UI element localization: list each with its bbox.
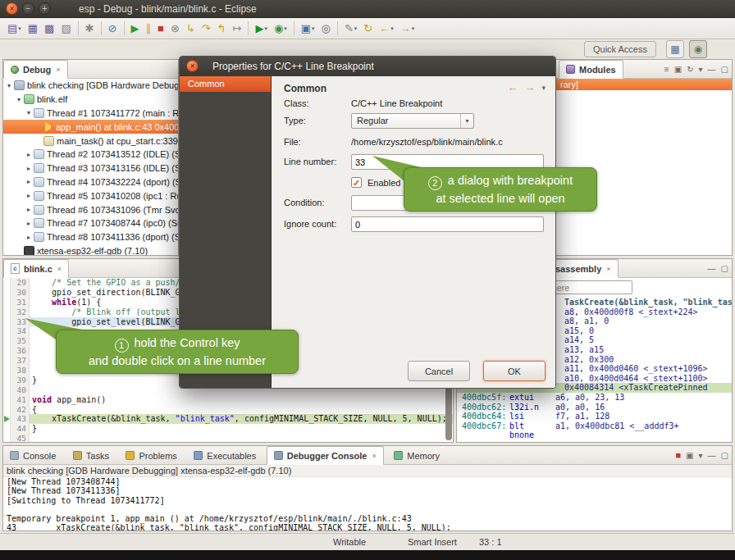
minimize-view-icon[interactable]: —: [708, 66, 716, 74]
back-icon[interactable]: ←▾: [377, 20, 396, 38]
view-menu-icon[interactable]: ▾: [699, 66, 703, 74]
link-with-icon[interactable]: ▣: [674, 66, 682, 74]
debug-perspective-button[interactable]: ◉: [689, 40, 707, 58]
tab-memory[interactable]: Memory: [387, 446, 446, 465]
editor-line[interactable]: 44}: [3, 424, 453, 434]
line-number[interactable]: 29: [11, 278, 30, 288]
window-minimize-button[interactable]: −: [22, 2, 34, 15]
line-number[interactable]: 45: [11, 434, 30, 442]
disconnect-icon[interactable]: ⊗: [168, 20, 182, 38]
line-number[interactable]: 31: [11, 298, 30, 307]
line-number[interactable]: 30: [11, 288, 30, 298]
disassembly-line[interactable]: 400dbc67:blta1, 0x400dbc81 <__adddf3+: [457, 421, 732, 431]
debug-tree-item[interactable]: xtensa-esp32-elf-gdb (7.10): [3, 244, 178, 255]
status-caret-position[interactable]: 33 : 1: [479, 534, 502, 551]
disassembly-line[interactable]: bnone: [457, 430, 732, 440]
terminate-console-icon[interactable]: ■: [675, 451, 681, 460]
close-icon[interactable]: ×: [57, 265, 62, 273]
print-icon[interactable]: ▨: [58, 20, 73, 38]
maximize-view-icon[interactable]: ▢: [721, 265, 728, 273]
new-wizard-icon[interactable]: ▤▾: [5, 20, 24, 38]
tree-twisty-icon[interactable]: ▾: [15, 96, 23, 103]
line-number[interactable]: 38: [11, 366, 30, 376]
line-number[interactable]: 43: [11, 414, 30, 424]
debug-tree-item[interactable]: ▸Thread #4 1073432224 (dport) (Sus: [3, 175, 178, 189]
line-number[interactable]: 39: [11, 376, 30, 385]
debug-tree-item[interactable]: main_task() at cpu_start.c:339 0x4: [3, 134, 178, 148]
disassembly-line[interactable]: 400dbc62:l32i.na0, a0, 16: [457, 403, 732, 412]
sidebar-item-common[interactable]: Common: [180, 76, 271, 92]
forward-icon[interactable]: →: [524, 81, 535, 93]
build-icon[interactable]: ✱: [83, 20, 97, 38]
tree-twisty-icon[interactable]: ▾: [25, 109, 33, 116]
collapse-all-icon[interactable]: ≡: [664, 66, 669, 74]
tab-debugger-console[interactable]: Debugger Console ×: [267, 446, 384, 465]
display-selected-console-icon[interactable]: ▣: [686, 452, 693, 460]
step-into-icon[interactable]: ↳: [184, 20, 198, 38]
tab-console[interactable]: Console: [3, 446, 62, 465]
forward-icon[interactable]: →▾: [398, 20, 418, 38]
window-close-button[interactable]: ×: [6, 2, 18, 15]
debug-tree-item[interactable]: app_main() at blink.c:43 0x400dbc: [3, 120, 178, 134]
debug-tree-item[interactable]: ▸Thread #5 1073410208 (ipc1 : Runni: [3, 189, 178, 203]
tree-twisty-icon[interactable]: ▸: [25, 234, 33, 241]
chevron-down-icon[interactable]: ▾: [541, 84, 546, 92]
mark-occurrences-icon[interactable]: ✎▾: [342, 20, 359, 38]
instruction-stepping-icon[interactable]: ↦: [231, 20, 244, 38]
tab-problems[interactable]: Problems: [119, 446, 183, 465]
debug-tree-item[interactable]: ▾blink.elf: [3, 93, 178, 107]
tree-twisty-icon[interactable]: ▸: [25, 178, 33, 185]
back-icon[interactable]: ←: [507, 81, 518, 93]
line-number[interactable]: 44: [11, 424, 30, 434]
line-number[interactable]: 42: [11, 405, 30, 415]
disassembly-line[interactable]: 400dbc64:lsif7, a1, 128: [457, 412, 732, 421]
editor-line[interactable]: 42{: [3, 405, 453, 415]
type-dropdown[interactable]: Regular ▾: [351, 113, 474, 129]
tab-debug[interactable]: Debug ×: [3, 60, 68, 79]
close-icon[interactable]: ×: [56, 66, 60, 74]
tree-twisty-icon[interactable]: ▸: [25, 220, 33, 227]
save-all-icon[interactable]: ▩: [42, 20, 57, 38]
minimize-view-icon[interactable]: —: [708, 265, 716, 273]
cancel-button[interactable]: Cancel: [408, 361, 470, 381]
cpp-perspective-button[interactable]: ▦: [666, 40, 684, 58]
step-return-icon[interactable]: ↰: [215, 20, 229, 38]
tab-tasks[interactable]: Tasks: [66, 446, 116, 465]
ok-button[interactable]: OK: [483, 361, 546, 381]
debug-tree-item[interactable]: ▾Thread #1 1073411772 (main : Runn: [3, 107, 178, 121]
ignore-count-input[interactable]: [351, 216, 544, 232]
editor-line[interactable]: 41void app_main(): [3, 395, 453, 405]
debug-icon[interactable]: ◉▾: [272, 20, 290, 38]
dialog-titlebar[interactable]: × Properties for C/C++ Line Breakpoint: [180, 57, 555, 76]
search-icon[interactable]: ◎: [319, 20, 333, 38]
debug-tree-item[interactable]: ▸Thread #3 1073413156 (IDLE) (Susp: [3, 162, 178, 175]
refresh-icon[interactable]: ↻: [687, 66, 693, 74]
save-icon[interactable]: ▦: [25, 20, 40, 38]
step-over-icon[interactable]: ↷: [199, 20, 213, 38]
debug-tree-item[interactable]: ▸Thread #7 1073408744 (ipc0) (Susp: [3, 216, 178, 230]
tab-executables[interactable]: Executables: [187, 446, 262, 465]
tree-twisty-icon[interactable]: ▸: [25, 206, 33, 213]
editor-line[interactable]: 45: [3, 434, 453, 442]
terminate-icon[interactable]: ■: [155, 20, 167, 38]
minimize-view-icon[interactable]: —: [708, 452, 716, 460]
line-number[interactable]: 40: [11, 385, 30, 395]
suspend-icon[interactable]: ∥: [144, 20, 154, 38]
tree-twisty-icon[interactable]: ▸: [25, 192, 33, 199]
new-project-icon[interactable]: ▣▾: [299, 20, 317, 38]
last-edit-location-icon[interactable]: ↻: [361, 20, 375, 38]
debugger-console-content[interactable]: blink checking [GDB Hardware Debugging] …: [3, 465, 732, 530]
debug-tree-item[interactable]: ▾blink checking [GDB Hardware Debug: [3, 79, 178, 93]
tree-twisty-icon[interactable]: ▸: [25, 165, 33, 172]
close-icon[interactable]: ×: [372, 452, 377, 460]
close-icon[interactable]: ×: [606, 265, 610, 273]
quick-access-button[interactable]: Quick Access: [584, 41, 656, 57]
tree-twisty-icon[interactable]: ▸: [25, 151, 33, 158]
resume-icon[interactable]: ▶: [129, 20, 142, 38]
debug-tree-item[interactable]: ▸Thread #2 1073413512 (IDLE) (Susp: [3, 148, 178, 162]
editor-line[interactable]: 43 xTaskCreate(&blink_task, "blink_task"…: [3, 414, 453, 424]
debug-tree-item[interactable]: ▸Thread #6 1073431096 (Tmr Svc) (S: [3, 203, 178, 216]
maximize-view-icon[interactable]: ▢: [721, 452, 728, 460]
skip-all-breakpoints-icon[interactable]: ⊘: [106, 20, 120, 38]
debug-tree-item[interactable]: ▸Thread #8 1073411336 (dport) (Sus: [3, 230, 178, 244]
